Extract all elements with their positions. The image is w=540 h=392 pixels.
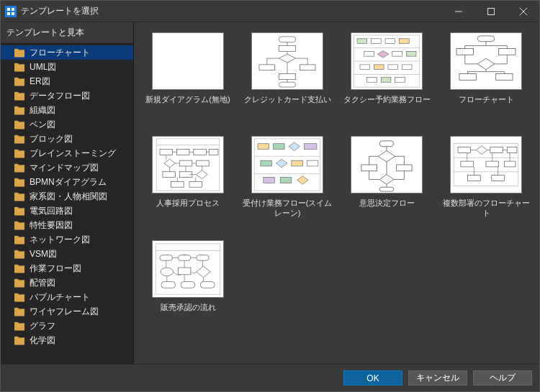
template-card[interactable]: 販売承認の流れ — [141, 240, 235, 322]
svg-rect-100 — [264, 178, 275, 183]
category-item[interactable]: データフロー図 — [1, 88, 133, 103]
folder-icon — [14, 306, 25, 316]
svg-rect-130 — [468, 176, 481, 181]
folder-icon — [14, 292, 25, 302]
svg-rect-93 — [274, 144, 285, 150]
template-card[interactable]: フローチャート — [439, 32, 533, 114]
template-card[interactable]: タクシー予約業務フロー — [340, 32, 433, 114]
close-button[interactable] — [507, 1, 539, 22]
svg-rect-48 — [496, 74, 513, 81]
svg-marker-107 — [379, 175, 394, 185]
dialog-window: テンプレートを選択 テンプレートと見本 フローチャートUML図ER図データフロー… — [0, 0, 540, 392]
category-item[interactable]: 特性要因図 — [1, 218, 133, 232]
template-card[interactable]: 複数部署のフローチャート — [439, 136, 533, 219]
template-thumbnail — [351, 136, 423, 193]
category-item[interactable]: 電気回路図 — [1, 204, 133, 218]
category-item[interactable]: グラフ — [1, 319, 133, 333]
template-card[interactable]: 受付け業務フロー(スイムレーン) — [240, 136, 334, 219]
folder-icon — [14, 105, 25, 115]
folder-icon — [14, 278, 25, 288]
svg-rect-68 — [209, 150, 218, 155]
svg-rect-75 — [171, 181, 184, 187]
content-area: テンプレートと見本 フローチャートUML図ER図データフロー図組織図ベン図ブロッ… — [1, 22, 539, 364]
category-item[interactable]: バブルチャート — [1, 290, 133, 304]
folder-icon — [14, 91, 25, 101]
template-thumbnail — [251, 136, 323, 193]
svg-marker-94 — [289, 142, 300, 151]
category-item[interactable]: 家系図・人物相関図 — [1, 189, 133, 204]
svg-rect-131 — [492, 176, 505, 181]
svg-rect-12 — [259, 65, 274, 70]
svg-rect-35 — [406, 51, 416, 56]
folder-icon — [14, 119, 25, 129]
svg-rect-6 — [487, 8, 494, 14]
svg-rect-30 — [385, 39, 395, 44]
svg-rect-31 — [400, 39, 410, 44]
category-item[interactable]: 化学図 — [1, 333, 133, 347]
app-icon — [5, 6, 17, 17]
category-item[interactable]: ER図 — [1, 74, 133, 88]
category-item[interactable]: フローチャート — [1, 45, 133, 60]
svg-rect-41 — [381, 77, 391, 82]
svg-rect-103 — [379, 141, 394, 147]
template-label: 新規ダイアグラム(無地) — [145, 94, 230, 114]
svg-rect-150 — [201, 281, 215, 288]
ok-button[interactable]: OK — [343, 370, 402, 386]
svg-rect-1 — [7, 8, 10, 11]
category-label: ER図 — [30, 76, 50, 88]
category-label: 化学図 — [30, 334, 55, 347]
template-card[interactable]: 人事採用プロセス — [141, 136, 235, 219]
category-tree: フローチャートUML図ER図データフロー図組織図ベン図ブロック図ブレインストーミ… — [1, 44, 133, 364]
category-item[interactable]: UML図 — [1, 60, 133, 74]
template-label: クレジットカード支払い — [244, 94, 331, 114]
category-item[interactable]: VSM図 — [1, 247, 133, 261]
category-label: VSM図 — [30, 248, 57, 260]
svg-rect-47 — [459, 74, 476, 81]
template-label: 意思決定フロー — [359, 198, 415, 218]
svg-rect-99 — [307, 160, 318, 166]
svg-rect-146 — [178, 268, 191, 275]
folder-icon — [14, 206, 25, 216]
svg-rect-36 — [360, 65, 370, 70]
template-card[interactable]: 意思決定フロー — [340, 136, 433, 219]
svg-rect-45 — [499, 48, 516, 55]
svg-rect-66 — [176, 150, 189, 155]
category-label: 組織図 — [30, 104, 55, 117]
category-item[interactable]: 配管図 — [1, 275, 133, 290]
svg-marker-102 — [297, 176, 309, 185]
svg-rect-40 — [367, 77, 377, 82]
category-item[interactable]: マインドマップ図 — [1, 160, 133, 175]
category-item[interactable]: ワイヤフレーム図 — [1, 304, 133, 319]
sidebar-header: テンプレートと見本 — [1, 22, 133, 44]
folder-icon — [14, 148, 25, 158]
category-item[interactable]: ブロック図 — [1, 132, 133, 146]
template-label: 受付け業務フロー(スイムレーン) — [240, 198, 334, 219]
svg-rect-29 — [372, 39, 382, 44]
template-thumbnail — [251, 32, 323, 90]
svg-rect-65 — [160, 150, 173, 155]
category-label: ネットワーク図 — [30, 234, 90, 246]
category-item[interactable]: 作業フロー図 — [1, 261, 133, 275]
category-item[interactable]: BPMNダイアグラム — [1, 175, 133, 189]
folder-icon — [14, 47, 25, 58]
maximize-button[interactable] — [474, 1, 507, 22]
template-card[interactable]: 新規ダイアグラム(無地) — [141, 32, 235, 114]
folder-icon — [14, 134, 25, 144]
category-item[interactable]: ベン図 — [1, 117, 133, 132]
help-button[interactable]: ヘルプ — [473, 370, 532, 386]
svg-rect-108 — [379, 187, 394, 191]
svg-rect-39 — [402, 65, 412, 70]
template-thumbnail — [152, 136, 224, 193]
svg-rect-124 — [490, 147, 503, 153]
category-item[interactable]: ネットワーク図 — [1, 232, 133, 247]
category-item[interactable]: 組織図 — [1, 103, 133, 117]
category-item[interactable]: ブレインストーミング — [1, 146, 133, 160]
svg-marker-104 — [378, 151, 395, 163]
svg-rect-2 — [12, 8, 14, 11]
template-card[interactable]: クレジットカード支払い — [240, 32, 334, 114]
template-thumbnail — [152, 32, 224, 90]
minimize-button[interactable] — [442, 1, 474, 22]
category-label: BPMNダイアグラム — [30, 176, 107, 188]
cancel-button[interactable]: キャンセル — [408, 370, 467, 386]
folder-icon — [14, 191, 25, 201]
